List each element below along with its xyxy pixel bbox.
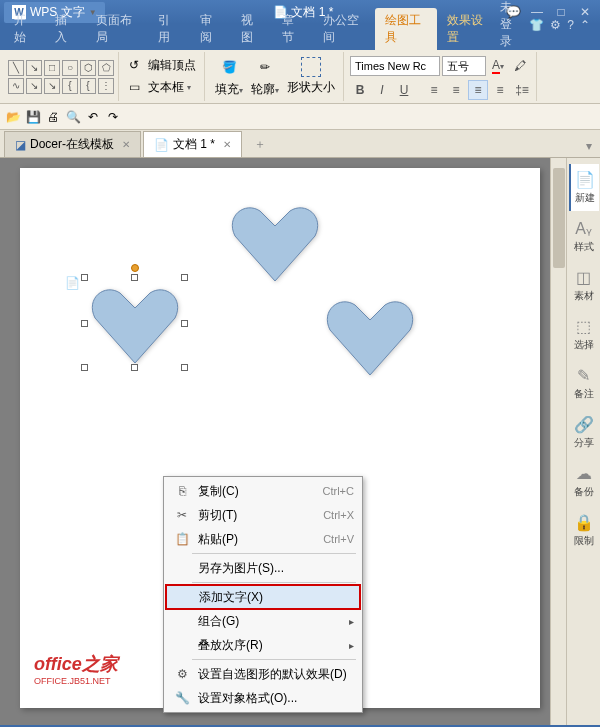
context-menu: ⎘ 复制(C) Ctrl+C ✂ 剪切(T) Ctrl+X 📋 粘贴(P) Ct…	[163, 476, 363, 713]
vertical-scrollbar[interactable]	[550, 158, 566, 725]
canvas-area[interactable]: 📄 office之家 OFFICE.JB51.NET ⎘ 复制(C) Ctrl+…	[0, 158, 550, 725]
resize-handle[interactable]	[81, 274, 88, 281]
outline-icon: ✏	[253, 55, 277, 79]
side-backup[interactable]: ☁ 备份	[569, 458, 599, 505]
resize-handle[interactable]	[131, 274, 138, 281]
resize-handle[interactable]	[181, 364, 188, 371]
menu-review[interactable]: 审阅	[190, 8, 231, 50]
size-icon	[301, 57, 321, 77]
resize-handle[interactable]	[81, 364, 88, 371]
resize-handle[interactable]	[131, 364, 138, 371]
submenu-arrow-icon: ▸	[349, 616, 354, 627]
rotate-handle[interactable]	[131, 264, 139, 272]
resize-handle[interactable]	[81, 320, 88, 327]
shapes-group: ╲↘□○⬡⬠ ∿↘↘{{⋮	[4, 52, 119, 101]
redo-button[interactable]: ↷	[104, 108, 122, 126]
menubar: 开始 插入 页面布局 引用 审阅 视图 章节 办公空间 绘图工具 效果设置 未登…	[0, 24, 600, 50]
submenu-arrow-icon: ▸	[349, 640, 354, 651]
print-preview-button[interactable]: 🔍	[64, 108, 82, 126]
login-label[interactable]: 未登录	[500, 0, 524, 50]
textbox-button[interactable]: ▭ 文本框 ▾	[125, 78, 200, 98]
resize-handle[interactable]	[181, 320, 188, 327]
ribbon: ╲↘□○⬡⬠ ∿↘↘{{⋮ ↺ 编辑顶点 ▭ 文本框 ▾ 🪣 填充▾ ✏ 轮廓▾	[0, 50, 600, 104]
align-left-button[interactable]: ≡	[424, 80, 444, 100]
menu-effects[interactable]: 效果设置	[437, 8, 499, 50]
side-material[interactable]: ◫ 素材	[569, 262, 599, 309]
side-note[interactable]: ✎ 备注	[569, 360, 599, 407]
tab-add-button[interactable]: ＋	[244, 132, 276, 157]
shape-gallery[interactable]: ╲↘□○⬡⬠ ∿↘↘{{⋮	[8, 60, 114, 94]
undo-button[interactable]: ↶	[84, 108, 102, 126]
highlight-button[interactable]: 🖍	[510, 56, 530, 76]
tab-docer[interactable]: ◪ Docer-在线模板 ✕	[4, 131, 141, 157]
print-button[interactable]: 🖨	[44, 108, 62, 126]
menu-ref[interactable]: 引用	[148, 8, 189, 50]
settings-icon[interactable]: ⚙	[550, 18, 561, 32]
scroll-thumb[interactable]	[553, 168, 565, 268]
docer-icon: ◪	[15, 138, 26, 152]
font-size-select[interactable]	[442, 56, 486, 76]
side-select[interactable]: ⬚ 选择	[569, 311, 599, 358]
menu-layout[interactable]: 页面布局	[86, 8, 148, 50]
menu-drawing-tools[interactable]: 绘图工具	[375, 8, 437, 50]
side-share[interactable]: 🔗 分享	[569, 409, 599, 456]
cut-icon: ✂	[172, 508, 192, 522]
cm-set-default[interactable]: ⚙ 设置自选图形的默认效果(D)	[166, 662, 360, 686]
outline-button[interactable]: ✏ 轮廓▾	[247, 53, 283, 100]
resize-handle[interactable]	[181, 274, 188, 281]
menu-start[interactable]: 开始	[4, 8, 45, 50]
shape-size-button[interactable]: 形状大小	[283, 55, 339, 98]
vertex-icon: ↺	[129, 58, 145, 74]
material-icon: ◫	[576, 268, 591, 287]
open-button[interactable]: 📂	[4, 108, 22, 126]
menu-insert[interactable]: 插入	[45, 8, 86, 50]
cm-save-as-pic[interactable]: 另存为图片(S)...	[166, 556, 360, 580]
help-icon[interactable]: ?	[567, 18, 574, 32]
line-spacing-button[interactable]: ‡≡	[512, 80, 532, 100]
tab-close-icon[interactable]: ✕	[223, 139, 231, 150]
cm-cut[interactable]: ✂ 剪切(T) Ctrl+X	[166, 503, 360, 527]
cm-copy[interactable]: ⎘ 复制(C) Ctrl+C	[166, 479, 360, 503]
watermark: office之家 OFFICE.JB51.NET	[34, 652, 118, 686]
heart-shape[interactable]	[225, 196, 325, 289]
cm-add-text[interactable]: 添加文字(X)	[166, 585, 360, 609]
align-justify-button[interactable]: ≡	[468, 80, 488, 100]
align-center-button[interactable]: ≡	[446, 80, 466, 100]
menu-office[interactable]: 办公空间	[313, 8, 375, 50]
limit-icon: 🔒	[574, 513, 594, 532]
document-tabs: ◪ Docer-在线模板 ✕ 📄 文档 1 * ✕ ＋ ▾	[0, 130, 600, 158]
new-icon: 📄	[575, 170, 595, 189]
sidebar: 📄 新建 Aᵧ 样式 ◫ 素材 ⬚ 选择 ✎ 备注 🔗 分享 ☁ 备份 🔒	[566, 158, 600, 725]
side-limit[interactable]: 🔒 限制	[569, 507, 599, 554]
format-icon: 🔧	[172, 691, 192, 705]
cm-paste[interactable]: 📋 粘贴(P) Ctrl+V	[166, 527, 360, 551]
align-right-button[interactable]: ≡	[490, 80, 510, 100]
heart-shape-selected[interactable]	[85, 278, 185, 371]
tab-document[interactable]: 📄 文档 1 * ✕	[143, 131, 242, 157]
font-name-select[interactable]	[350, 56, 440, 76]
fill-button[interactable]: 🪣 填充▾	[211, 53, 247, 100]
save-button[interactable]: 💾	[24, 108, 42, 126]
ribbon-collapse-icon[interactable]: ⌃	[580, 18, 590, 32]
bold-button[interactable]: B	[350, 80, 370, 100]
side-style[interactable]: Aᵧ 样式	[569, 213, 599, 260]
tab-close-icon[interactable]: ✕	[122, 139, 130, 150]
edit-vertex-button[interactable]: ↺ 编辑顶点	[125, 56, 200, 76]
skin-icon[interactable]: 👕	[529, 18, 544, 32]
menu-chapter[interactable]: 章节	[272, 8, 313, 50]
anchor-icon: 📄	[65, 276, 80, 290]
style-icon: Aᵧ	[575, 219, 592, 238]
heart-shape[interactable]	[320, 290, 420, 383]
copy-icon: ⎘	[172, 484, 192, 498]
cm-group[interactable]: 组合(G) ▸	[166, 609, 360, 633]
underline-button[interactable]: U	[394, 80, 414, 100]
cm-format-object[interactable]: 🔧 设置对象格式(O)...	[166, 686, 360, 710]
italic-button[interactable]: I	[372, 80, 392, 100]
font-color-button[interactable]: A▾	[488, 56, 508, 76]
separator	[192, 582, 356, 583]
cm-order[interactable]: 叠放次序(R) ▸	[166, 633, 360, 657]
note-icon: ✎	[577, 366, 590, 385]
side-new[interactable]: 📄 新建	[569, 164, 599, 211]
tab-list-button[interactable]: ▾	[578, 135, 600, 157]
menu-view[interactable]: 视图	[231, 8, 272, 50]
